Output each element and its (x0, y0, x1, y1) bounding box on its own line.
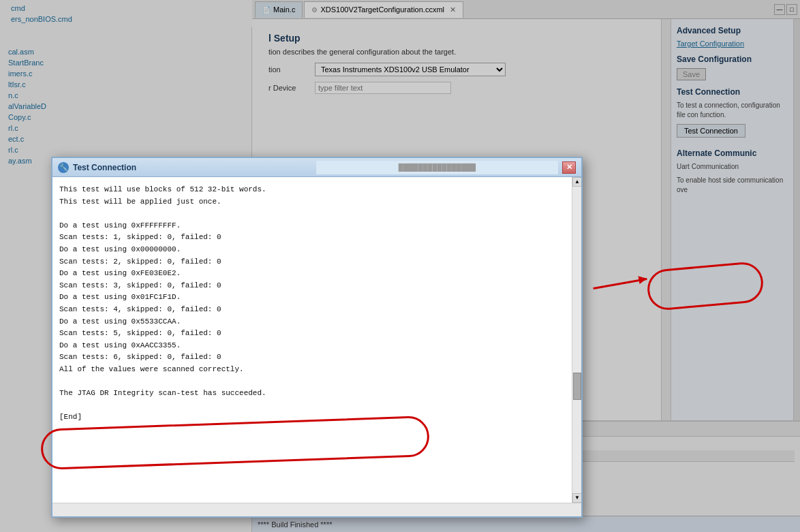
modal-title: Test Connection (73, 163, 312, 172)
scrollbar-down-arrow[interactable]: ▼ (572, 493, 581, 503)
modal-dialog-icon: 🔧 (58, 162, 69, 173)
modal-text-content[interactable]: This test will use blocks of 512 32-bit … (52, 177, 572, 503)
modal-body: This test will use blocks of 512 32-bit … (52, 177, 581, 503)
modal-close-btn[interactable]: ✕ (562, 161, 576, 174)
modal-title-bar: 🔧 Test Connection ████████████████ ✕ (52, 158, 581, 177)
modal-scrollbar[interactable]: ▲ ▼ (572, 177, 581, 503)
scrollbar-thumb[interactable] (573, 373, 581, 400)
scrollbar-up-arrow[interactable]: ▲ (572, 177, 581, 187)
modal-blurred-title: ████████████████ (316, 161, 558, 174)
modal-footer (52, 503, 581, 516)
test-connection-dialog: 🔧 Test Connection ████████████████ ✕ Thi… (51, 157, 583, 518)
